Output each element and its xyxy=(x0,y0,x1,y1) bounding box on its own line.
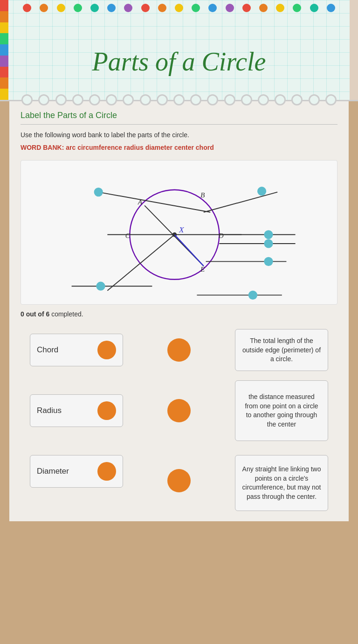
svg-point-23 xyxy=(264,257,273,266)
top-dots-row xyxy=(19,4,339,12)
svg-text:D: D xyxy=(218,231,223,239)
svg-line-7 xyxy=(204,192,277,212)
chord-middle-dot[interactable] xyxy=(167,338,191,362)
progress-suffix: completed. xyxy=(51,310,83,318)
circle-diagram: X A B xyxy=(21,160,337,305)
main-content: Label the Parts of a Circle Use the foll… xyxy=(9,101,349,521)
progress-total: 6 xyxy=(46,310,49,318)
svg-text:C: C xyxy=(125,231,131,239)
term-label-chord: Chord xyxy=(37,345,58,355)
definition-card-diameter[interactable]: the distance measured from one point on … xyxy=(235,380,328,441)
word-bank: WORD BANK: arc circumference radius diam… xyxy=(21,142,337,153)
connector-diameter xyxy=(128,455,230,492)
section-title: Label the Parts of a Circle xyxy=(21,111,337,120)
match-row-diameter: Diameter Any straight line linking two p… xyxy=(30,455,328,511)
match-row-radius: Radius the distance measured from one po… xyxy=(30,380,328,441)
term-card-radius[interactable]: Radius xyxy=(30,394,123,427)
svg-text:B: B xyxy=(200,191,205,199)
definition-card-chord[interactable]: Any straight line linking two points on … xyxy=(235,455,328,511)
svg-text:A: A xyxy=(138,198,143,206)
svg-point-24 xyxy=(96,282,105,291)
svg-point-19 xyxy=(94,188,103,196)
right-color-strip xyxy=(350,0,358,100)
svg-point-20 xyxy=(257,187,266,196)
definition-text-circumference: The total length of the outside edge (pe… xyxy=(242,336,321,364)
diameter-connect-dot[interactable] xyxy=(97,462,116,481)
word-bank-terms: arc circumference radius diameter center… xyxy=(66,144,213,151)
progress-current: 0 out of 6 xyxy=(21,310,49,318)
left-color-strips xyxy=(0,0,8,100)
svg-text:X: X xyxy=(179,225,185,234)
svg-point-25 xyxy=(248,291,257,300)
definition-text-chord: Any straight line linking two points on … xyxy=(242,465,321,501)
page-title: Parts of a Circle xyxy=(9,37,349,86)
bottom-rings xyxy=(19,94,339,105)
word-bank-label: WORD BANK: xyxy=(21,144,64,151)
definition-card-circumference[interactable]: The total length of the outside edge (pe… xyxy=(235,329,328,371)
radius-connect-dot[interactable] xyxy=(97,401,116,420)
chord-connect-dot[interactable] xyxy=(97,341,116,359)
matching-area: Chord The total length of the outside ed… xyxy=(21,329,337,511)
connector-chord xyxy=(128,338,230,362)
diagram-svg: X A B xyxy=(26,165,332,300)
term-card-chord[interactable]: Chord xyxy=(30,334,123,366)
svg-point-22 xyxy=(264,239,273,248)
definition-text-diameter: the distance measured from one point on … xyxy=(242,392,321,429)
svg-line-5 xyxy=(174,235,203,266)
diameter-middle-dot[interactable] xyxy=(167,469,191,492)
term-label-diameter: Diameter xyxy=(37,467,69,476)
progress-text: 0 out of 6 completed. xyxy=(21,310,337,318)
term-card-diameter[interactable]: Diameter xyxy=(30,455,123,488)
term-label-radius: Radius xyxy=(37,406,62,415)
connector-radius xyxy=(128,399,230,422)
svg-text:E: E xyxy=(200,266,205,273)
svg-point-21 xyxy=(264,231,273,239)
radius-middle-dot[interactable] xyxy=(167,399,191,422)
instructions-text: Use the following word bank to label the… xyxy=(21,131,337,139)
svg-line-13 xyxy=(107,235,174,291)
header-section: Parts of a Circle xyxy=(0,0,358,101)
match-row-chord: Chord The total length of the outside ed… xyxy=(30,329,328,371)
section-divider xyxy=(21,124,337,125)
